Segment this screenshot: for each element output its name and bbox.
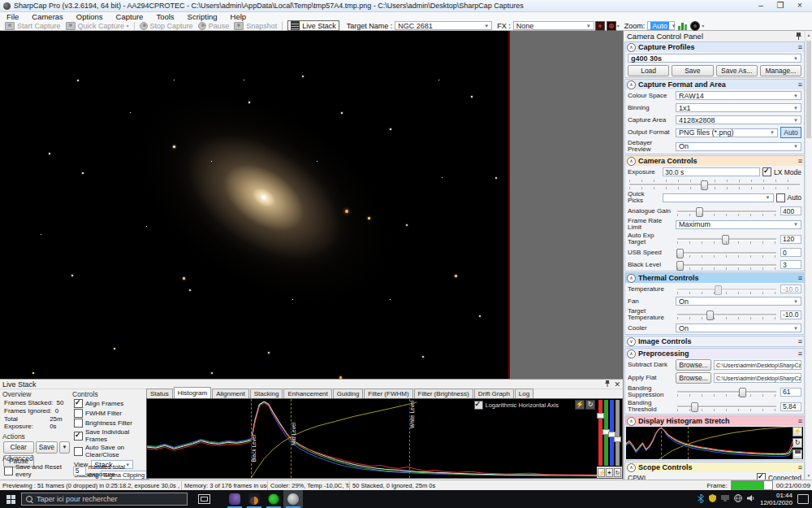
start-button[interactable]	[0, 490, 21, 508]
tab-guiding[interactable]: Guiding	[333, 389, 364, 398]
close-button[interactable]: ×	[791, 1, 809, 11]
section-menu-icon[interactable]: ≡	[798, 157, 802, 165]
collapse-icon[interactable]: ∧	[627, 43, 636, 52]
menu-scripting[interactable]: Scripting	[181, 12, 224, 21]
collapse-icon[interactable]: ∧	[627, 274, 636, 283]
exposure-input[interactable]: 30.0 s	[663, 167, 760, 176]
section-menu-icon[interactable]: ≡	[798, 417, 802, 425]
output-auto-button[interactable]: Auto	[780, 127, 801, 138]
black-level-slider[interactable]	[676, 260, 778, 270]
manage-button[interactable]: Manage...	[760, 65, 801, 76]
display-icon[interactable]	[721, 495, 729, 503]
reset-stretch-icon[interactable]: ↻	[585, 400, 595, 410]
fx-combo[interactable]: None▼	[513, 21, 594, 30]
colour-space-combo[interactable]: RAW14▼	[676, 91, 801, 100]
level-line[interactable]	[688, 427, 689, 459]
menu-cameras[interactable]: Cameras	[25, 12, 70, 21]
taskbar-app-planetarium[interactable]	[225, 490, 244, 508]
zoom-combo[interactable]: Auto▼	[647, 21, 675, 30]
apply-flat-browse-button[interactable]: Browse...	[676, 372, 711, 384]
section-menu-icon[interactable]: ≡	[798, 463, 802, 471]
target-temperature-slider[interactable]	[676, 310, 778, 319]
capture-profiles-header[interactable]: ∧ Capture Profiles ≡	[625, 42, 804, 52]
menu-capture[interactable]: Capture	[110, 12, 150, 21]
capture-area-combo[interactable]: 4128x2808▼	[676, 115, 801, 124]
save-stack-button[interactable]: Save	[36, 441, 58, 454]
taskbar-app-guider[interactable]	[264, 490, 283, 508]
network-globe-icon[interactable]	[734, 494, 742, 504]
luminance-level-slider[interactable]	[615, 400, 620, 466]
volume-icon[interactable]	[747, 494, 755, 504]
exposure-auto-checkbox[interactable]	[776, 193, 785, 202]
thermal-controls-header[interactable]: ∧ Thermal Controls ≡	[625, 273, 804, 283]
save-individual-row[interactable]: Save Individual Frames	[74, 428, 145, 443]
level-line[interactable]	[661, 427, 662, 459]
subtract-dark-path-combo[interactable]: C:\Users\admin\Desktop\SharpCap Captures…	[714, 360, 801, 370]
reset-stretch-icon[interactable]: ↻	[793, 438, 802, 448]
minutes-spinner[interactable]: 5	[73, 467, 86, 475]
stop-capture-button[interactable]: Stop Capture	[140, 22, 193, 30]
save-individual-checkbox[interactable]	[74, 432, 83, 441]
scroll-up-icon[interactable]: ▲	[806, 33, 812, 37]
analogue-gain-value[interactable]: 400	[780, 206, 801, 215]
banding-suppression-slider[interactable]	[676, 387, 778, 397]
snapshot-button[interactable]: Snapshot	[234, 22, 277, 30]
display-stretch-histogram[interactable]: ⚡ ↻	[626, 427, 803, 459]
cooler-combo[interactable]: On▼	[676, 323, 801, 332]
section-menu-icon[interactable]: ≡	[798, 337, 802, 345]
section-menu-icon[interactable]: ≡	[798, 80, 802, 89]
scroll-down-icon[interactable]: ▼	[806, 473, 812, 478]
section-menu-icon[interactable]: ≡	[798, 350, 802, 358]
black-level-value[interactable]: 3	[780, 260, 801, 269]
live-stack-histogram[interactable]: Logarithmic Horizontal Axis ⚡ ↻ ⚡ ✦ ↻ Bl…	[146, 398, 623, 479]
task-view-button[interactable]	[194, 490, 214, 508]
analogue-gain-slider[interactable]	[676, 206, 778, 216]
taskbar-app-sharpcap[interactable]	[283, 490, 303, 508]
profile-combo[interactable]: g400 30s▼	[628, 54, 801, 63]
brightness-filter-checkbox[interactable]	[74, 419, 83, 428]
menu-file[interactable]: File	[0, 12, 25, 21]
banding-threshold-value[interactable]: 5.84	[780, 402, 801, 411]
tab-enhancement[interactable]: Enhancement	[283, 389, 331, 398]
log-axis-checkbox[interactable]	[474, 401, 483, 410]
banding-threshold-slider[interactable]	[676, 402, 778, 411]
save-reset-checkbox[interactable]	[4, 467, 13, 475]
scrollbar-thumb[interactable]	[806, 41, 811, 138]
save-button[interactable]: Save	[672, 65, 713, 76]
collapse-icon[interactable]: ∧	[627, 80, 636, 89]
live-stack-button[interactable]: Live Stack	[287, 20, 339, 31]
camera-panel-scrollbar[interactable]: ▲ ▼	[805, 31, 812, 480]
fwhm-filter-row[interactable]: FWHM Filter	[74, 409, 145, 418]
tab-alignment[interactable]: Alignment	[212, 389, 249, 398]
save-reset-row[interactable]: Save and Reset every 5 minutes total exp…	[4, 463, 145, 478]
minimize-button[interactable]: –	[752, 1, 770, 11]
collapse-icon[interactable]: ∧	[627, 417, 636, 426]
debayer-combo[interactable]: On▼	[676, 142, 801, 151]
capture-format-header[interactable]: ∧ Capture Format and Area ≡	[625, 80, 804, 89]
display-dark-icon[interactable]	[595, 21, 605, 31]
section-menu-icon[interactable]: ≡	[798, 274, 802, 282]
load-button[interactable]: Load	[628, 65, 669, 76]
security-icon[interactable]	[709, 494, 716, 504]
menu-options[interactable]: Options	[70, 12, 110, 21]
tab-histogram[interactable]: Histogram	[174, 387, 211, 398]
fan-combo[interactable]: On▼	[676, 297, 801, 306]
output-format-combo[interactable]: PNG files (*.png)▼	[676, 128, 778, 137]
binning-combo[interactable]: 1x1▼	[676, 103, 801, 112]
pin-icon[interactable]	[796, 32, 801, 41]
reticle-icon[interactable]	[690, 21, 700, 31]
scope-controls-header[interactable]: ∧ Scope Controls ≡	[625, 462, 804, 472]
apply-levels-icon[interactable]: ✦	[606, 468, 613, 477]
taskbar-search[interactable]: Taper ici pour rechercher	[21, 493, 188, 506]
reset-levels-icon[interactable]: ↻	[614, 468, 621, 477]
save-dropdown-icon[interactable]: ▼	[59, 441, 70, 454]
exposure-slider[interactable]	[628, 180, 801, 189]
tab-drift-graph[interactable]: Drift Graph	[474, 389, 514, 398]
brightness-filter-row[interactable]: Brightness Filter	[74, 419, 145, 428]
auto-exp-target-value[interactable]: 120	[780, 235, 801, 244]
tab-stacking[interactable]: Stacking	[250, 389, 283, 398]
camera-controls-header[interactable]: ∧ Camera Controls ≡	[625, 156, 804, 166]
align-frames-checkbox[interactable]	[74, 399, 83, 408]
tab-filter-brightness[interactable]: Filter (Brightness)	[414, 389, 473, 398]
target-name-combo[interactable]: NGC 2681▼	[395, 21, 492, 30]
